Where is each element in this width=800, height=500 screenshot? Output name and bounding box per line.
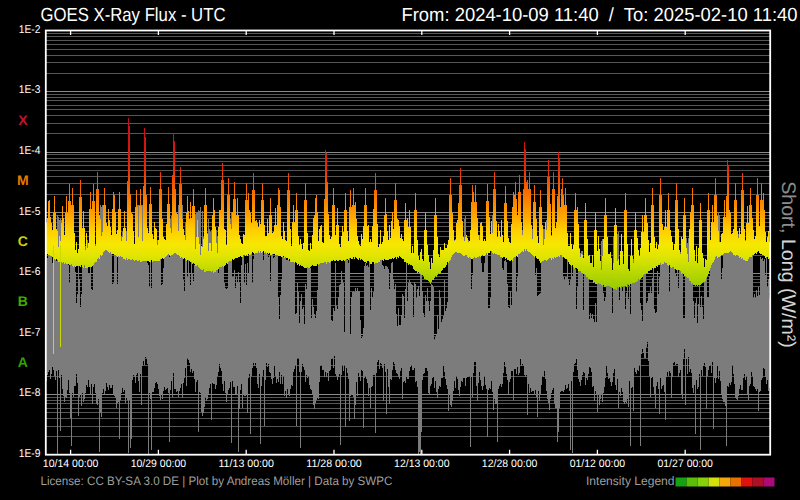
svg-text:C: C <box>18 233 28 249</box>
svg-text:01/12 00:00: 01/12 00:00 <box>570 458 626 470</box>
svg-text:GOES X-Ray Flux - UTC: GOES X-Ray Flux - UTC <box>41 5 226 26</box>
svg-text:1E-2: 1E-2 <box>19 24 41 36</box>
svg-text:10/14 00:00: 10/14 00:00 <box>43 458 99 470</box>
svg-text:1E-3: 1E-3 <box>19 84 41 96</box>
svg-text:B: B <box>18 293 28 309</box>
svg-text:11/13 00:00: 11/13 00:00 <box>218 458 274 470</box>
svg-text:01/27 00:00: 01/27 00:00 <box>657 458 713 470</box>
svg-text:1E-6: 1E-6 <box>19 266 41 278</box>
svg-text:12/13 00:00: 12/13 00:00 <box>394 458 450 470</box>
svg-text:11/28 00:00: 11/28 00:00 <box>306 458 362 470</box>
svg-text:1E-9: 1E-9 <box>19 448 41 460</box>
svg-text:Short, Long (W/m²): Short, Long (W/m²) <box>777 181 799 348</box>
svg-text:1E-4: 1E-4 <box>19 145 41 157</box>
svg-text:X: X <box>18 112 28 128</box>
svg-text:1E-7: 1E-7 <box>19 327 41 339</box>
svg-text:License: CC BY-SA 3.0 DE | Plo: License: CC BY-SA 3.0 DE | Plot by Andre… <box>41 474 393 488</box>
svg-text:From: 2024-10-09 11:40 / To:: From: 2024-10-09 11:40 / To: 2025-02-10 … <box>402 5 798 26</box>
svg-text:10/29 00:00: 10/29 00:00 <box>131 458 187 470</box>
svg-text:1E-8: 1E-8 <box>19 387 41 399</box>
svg-text:M: M <box>17 172 29 188</box>
svg-text:Intensity Legend: Intensity Legend <box>586 474 675 488</box>
svg-text:A: A <box>18 354 28 370</box>
svg-text:1E-5: 1E-5 <box>19 206 41 218</box>
svg-text:12/28 00:00: 12/28 00:00 <box>482 458 538 470</box>
